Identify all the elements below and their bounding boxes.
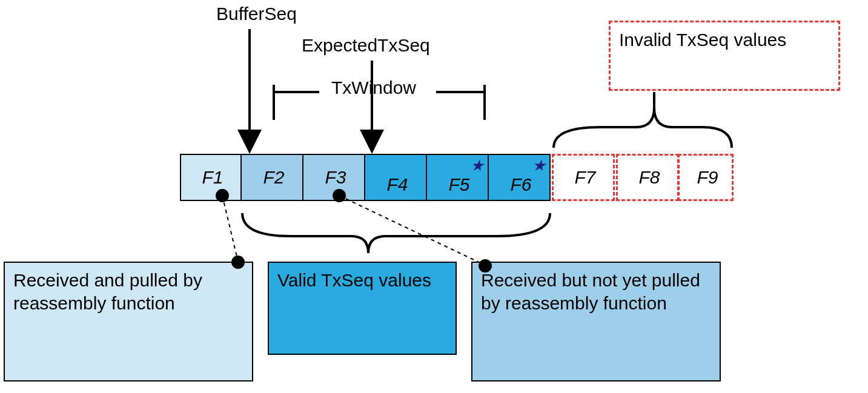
frame-f4-label: F4	[383, 174, 408, 195]
connector-dot	[231, 256, 245, 269]
invalid-values-callout: Invalid TxSeq values	[609, 21, 840, 91]
buffer-seq-label: BufferSeq	[216, 4, 297, 24]
frame-f9: F9	[678, 154, 734, 201]
frame-f2-label: F2	[259, 167, 284, 188]
frame-f5: F5 ★	[426, 154, 489, 201]
frame-f4: F4	[364, 154, 427, 201]
connector-dot	[216, 189, 229, 202]
invalid-values-text: Invalid TxSeq values	[619, 28, 830, 51]
frame-f7-label: F7	[571, 167, 595, 188]
valid-callout: Valid TxSeq values	[268, 262, 457, 355]
not-pulled-callout: Received but not yet pulled by reassembl…	[471, 262, 721, 381]
connector-dot	[479, 259, 492, 272]
frame-f6: F6 ★	[488, 154, 551, 201]
frame-f2: F2	[240, 154, 303, 201]
frame-f7: F7	[552, 154, 615, 201]
valid-callout-text: Valid TxSeq values	[277, 269, 447, 292]
frame-f5-label: F5	[445, 174, 469, 195]
svg-line-8	[339, 196, 485, 265]
frame-f8-label: F8	[635, 167, 660, 188]
frame-f1: F1	[180, 154, 242, 201]
star-icon: ★	[466, 156, 484, 175]
svg-line-7	[222, 196, 238, 262]
frame-f9-label: F9	[693, 167, 718, 188]
diagram-stage: BufferSeq ExpectedTxSeq TxWindow Invalid…	[0, 0, 868, 393]
frame-f3-label: F3	[321, 167, 346, 188]
not-pulled-callout-text: Received but not yet pulled by reassembl…	[481, 269, 711, 314]
connector-dot	[333, 189, 346, 202]
tx-window-label: TxWindow	[331, 78, 416, 98]
pulled-callout: Received and pulled by reassembly functi…	[4, 262, 253, 381]
pulled-callout-text: Received and pulled by reassembly functi…	[13, 269, 244, 314]
frame-f1-label: F1	[198, 167, 223, 188]
star-icon: ★	[528, 156, 546, 175]
expected-txseq-label: ExpectedTxSeq	[302, 35, 430, 56]
frame-f6-label: F6	[506, 174, 531, 195]
frame-f8: F8	[616, 154, 679, 201]
